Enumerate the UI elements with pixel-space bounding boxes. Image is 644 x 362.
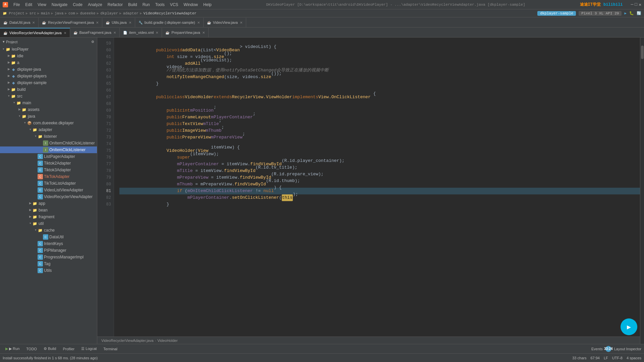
breadcrumb-src[interactable]: src	[29, 11, 36, 15]
sidebar-item-dksample[interactable]: ▶ ◆ dkplayer-sample	[0, 79, 97, 86]
toolbar-terminal-tab[interactable]: Terminal	[101, 346, 120, 352]
sidebar-item-assets[interactable]: ▶ 📁 assets	[0, 106, 97, 113]
menu-vcs[interactable]: VCS	[170, 2, 178, 7]
sidebar-item-src[interactable]: ▾ 📁 src	[0, 93, 97, 100]
breadcrumb-java[interactable]: java	[55, 11, 63, 15]
toolbar-build-tab[interactable]: ⚙ Build	[41, 346, 59, 352]
menu-refactor[interactable]: Refactor	[108, 2, 123, 7]
events-label[interactable]: Events	[591, 347, 603, 351]
menu-help[interactable]: Help	[203, 2, 212, 7]
sidebar-header[interactable]: ▾ Project ⚙	[0, 38, 97, 46]
sidebar-item-onitemchild[interactable]: I OnItemChildClickListener	[0, 140, 97, 146]
sidebar-item-listpager[interactable]: C ListPagerAdapter	[0, 153, 97, 160]
item-label: fragment	[39, 215, 54, 219]
menu-tools[interactable]: Tools	[155, 2, 165, 7]
tab-itemvideo[interactable]: 📄 item_video.xml ✕	[120, 28, 162, 37]
code-content[interactable]: public void addData(List<VideoBean> vide…	[114, 38, 640, 337]
sidebar-item-videorecycler[interactable]: C VideoRecyclerViewAdapter	[0, 193, 97, 200]
sidebar-settings-icon[interactable]: ⚙	[91, 40, 94, 44]
menu-code[interactable]: Code	[73, 2, 83, 7]
sidebar-item-pipmanager[interactable]: C PIPManager	[0, 247, 97, 254]
sidebar-item-cache[interactable]: ▾ 📁 cache	[0, 227, 97, 234]
sidebar-item-utils[interactable]: C Utils	[0, 267, 97, 274]
tab-close-btn[interactable]: ✕	[64, 31, 66, 35]
project-selector[interactable]: dkplayer-sample	[537, 11, 576, 16]
sidebar-item-util[interactable]: ▾ 📁 util	[0, 220, 97, 227]
breadcrumb-adapter[interactable]: adapter	[123, 11, 139, 15]
tab-close-btn[interactable]: ✕	[129, 21, 131, 24]
tab-prepareview[interactable]: ☕ PrepareView.java ✕	[162, 28, 208, 37]
sync-icon[interactable]: 🔄	[637, 11, 641, 15]
device-selector[interactable]: Pixel 3 XL API 29	[579, 11, 622, 16]
tab-videoadapter[interactable]: ☕ VideoRecyclerViewAdapter.java ✕	[0, 28, 70, 37]
menu-file[interactable]: File	[13, 2, 20, 7]
menu-build[interactable]: Build	[128, 2, 137, 7]
sidebar-item-dkjava[interactable]: ▶ ◆ dkplayer-java	[0, 66, 97, 73]
tab-close-btn[interactable]: ✕	[113, 31, 116, 35]
menu-edit[interactable]: Edit	[25, 2, 32, 7]
tab-close-btn[interactable]: ✕	[32, 21, 35, 24]
run-icon[interactable]: ▶	[624, 11, 627, 15]
sidebar-item-build[interactable]: ▶ 📁 build	[0, 86, 97, 93]
sidebar-item-intentkeys[interactable]: C IntentKeys	[0, 240, 97, 247]
tab-close-btn[interactable]: ✕	[197, 21, 200, 24]
sidebar-item-tiktoklist[interactable]: C TikTokListAdapter	[0, 180, 97, 187]
sidebar-item-adapter[interactable]: ▾ 📁 adapter	[0, 126, 97, 133]
tab-close-btn[interactable]: ✕	[156, 31, 158, 35]
minimize-btn[interactable]: ─	[631, 2, 634, 7]
tab-basefragment[interactable]: ☕ BaseFragment.java ✕	[70, 28, 120, 37]
debug-icon[interactable]: 🐛	[629, 11, 634, 15]
sidebar-item-listener[interactable]: ▾ 📁 listener	[0, 133, 97, 140]
toolbar-todo-tab[interactable]: TODO	[23, 346, 40, 352]
toolbar-profiler-tab[interactable]: Profiler	[60, 346, 77, 352]
tab-videoview[interactable]: ☕ VideoView.java ✕	[204, 18, 246, 27]
sidebar-item-leoplay[interactable]: ▾ 📁 leoPlayer	[0, 46, 97, 53]
breadcrumb-dueeeke[interactable]: dueeeke	[80, 11, 95, 15]
toolbar-logcat-tab[interactable]: ☰ Logcat	[78, 346, 99, 352]
breadcrumb-project[interactable]: 📁 Project	[3, 11, 24, 15]
menu-navigate[interactable]: Navigate	[52, 2, 67, 7]
sidebar-item-datautil[interactable]: C DataUtil	[0, 234, 97, 240]
sidebar-item-videolist[interactable]: C VideoListViewAdapter	[0, 187, 97, 193]
sidebar-item-idle[interactable]: ▶ 📁 idle	[0, 53, 97, 59]
breadcrumb-file[interactable]: VideoRecyclerViewAdapter	[144, 11, 197, 15]
float-video-btn[interactable]: ▶	[621, 318, 637, 335]
sidebar-item-app[interactable]: ▶ 📁 app	[0, 200, 97, 207]
sidebar-item-onitemclick[interactable]: I OnItemClickListener	[0, 146, 97, 153]
menu-run[interactable]: Run	[143, 2, 150, 7]
sidebar-item-java[interactable]: ▾ 📁 java	[0, 113, 97, 120]
editor-breadcrumb-holder[interactable]: VideoHolder	[157, 339, 177, 343]
sidebar-item-bean[interactable]: ▶ 📁 bean	[0, 207, 97, 214]
tab-close-btn[interactable]: ✕	[240, 21, 243, 24]
tab-recycler[interactable]: ☕ RecyclerViewFragment.java ✕	[39, 18, 102, 27]
breadcrumb-com[interactable]: com	[68, 11, 75, 15]
layout-inspector-label[interactable]: Layout Inspector	[614, 347, 641, 351]
sidebar-item-tiktok2[interactable]: C Tiktok2Adapter	[0, 160, 97, 167]
scrollbar-thumb[interactable]	[641, 46, 644, 59]
menu-view[interactable]: View	[38, 2, 46, 7]
bilibili-logo: bilibili	[603, 2, 623, 7]
close-btn[interactable]: ✕	[639, 2, 641, 7]
sidebar-item-tiktok3[interactable]: C Tiktok3Adapter	[0, 167, 97, 173]
breadcrumb-dkplayer[interactable]: dkplayer	[100, 11, 118, 15]
editor-breadcrumb-adapter[interactable]: VideoRecyclerViewAdapter.java	[101, 339, 154, 343]
tab-datautil[interactable]: ☕ DataUtil.java ✕	[0, 18, 39, 27]
sidebar-item-tag[interactable]: C Tag	[0, 260, 97, 267]
menu-window[interactable]: Window	[183, 2, 198, 7]
item-label: VideoRecyclerViewAdapter	[44, 194, 93, 199]
sidebar-item-progressmgr[interactable]: C ProgressManagerImpl	[0, 254, 97, 260]
sidebar-item-dkplayers[interactable]: ▶ ◆ dkplayer-players	[0, 73, 97, 79]
tab-close-btn[interactable]: ✕	[202, 31, 205, 35]
tab-gradle[interactable]: 🔧 build.gradle (:dkplayer-sample) ✕	[135, 18, 204, 27]
sidebar-item-a[interactable]: ▶ 📁 a	[0, 59, 97, 66]
sidebar-item-package[interactable]: ▾ 📦 com.dueeeke.dkplayer	[0, 120, 97, 126]
menu-analyze[interactable]: Analyze	[88, 2, 102, 7]
maximize-btn[interactable]: □	[635, 2, 637, 7]
toolbar-run-tab[interactable]: ▶ ▶ Run	[3, 346, 22, 352]
sidebar-item-fragment[interactable]: ▶ 📁 fragment	[0, 214, 97, 220]
tab-close-btn[interactable]: ✕	[96, 21, 99, 24]
tab-utils[interactable]: ☕ Utils.java ✕	[102, 18, 135, 27]
sidebar-item-main[interactable]: ▾ 📁 main	[0, 100, 97, 106]
sidebar-item-tiktok[interactable]: C TikTokAdapter	[0, 173, 97, 180]
breadcrumb-main[interactable]: main	[41, 11, 50, 15]
